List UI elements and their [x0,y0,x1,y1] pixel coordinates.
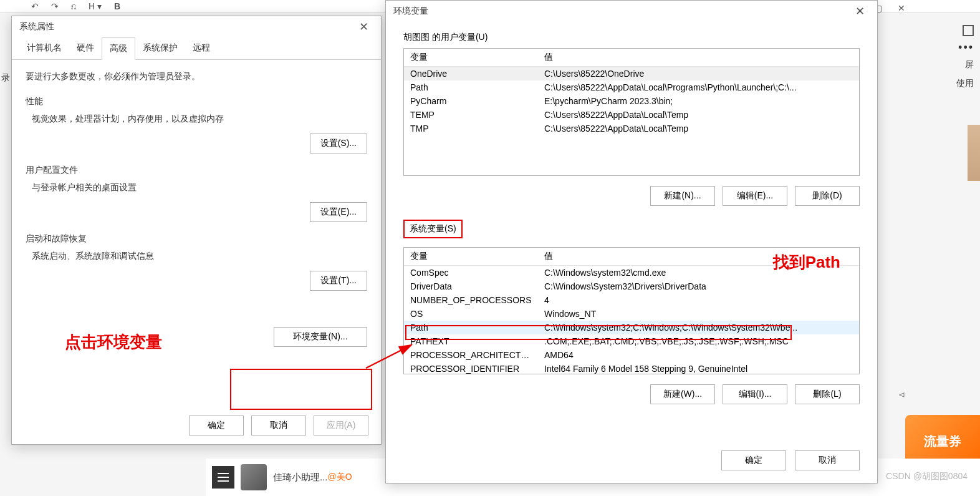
startup-desc: 系统启动、系统故障和调试信息 [32,251,367,262]
var-name: TEMP [404,108,538,122]
var-value: C:\Windows\system32;C:\Windows;C:\Window… [538,321,859,334]
var-name: TMP [404,122,538,135]
table-row[interactable]: OSWindows_NT [404,307,859,321]
startup-legend: 启动和故障恢复 [26,233,367,245]
var-value: E:\pycharm\PyCharm 2023.3\bin; [538,94,859,108]
cancel-button[interactable]: 取消 [251,416,306,435]
user-at: @美O [328,472,352,483]
tab-remote[interactable]: 远程 [185,37,218,59]
more-icon: ••• [958,41,974,54]
user-vars-label: 胡图图 的用户变量(U) [403,32,860,43]
table-row[interactable]: PyCharmE:\pycharm\PyCharm 2023.3\bin; [404,94,859,108]
user-name: 佳琦小助理... [273,472,328,484]
user-vars-table[interactable]: 变量 值 OneDriveC:\Users\85222\OneDrivePath… [403,48,860,176]
var-value: Intel64 Family 6 Model 158 Stepping 9, G… [538,362,859,374]
close-icon[interactable]: ✕ [850,2,870,21]
var-value: C:\Windows\System32\Drivers\DriverData [538,280,859,293]
table-row[interactable]: PROCESSOR_ARCHITECTUREAMD64 [404,348,859,362]
var-value: C:\Users\85222\OneDrive [538,67,859,81]
var-value: AMD64 [538,348,859,362]
var-name: Path [404,80,538,94]
performance-legend: 性能 [26,96,367,107]
table-row[interactable]: PathC:\Users\85222\AppData\Local\Program… [404,80,859,94]
admin-hint: 要进行大多数更改，你必须作为管理员登录。 [26,71,367,82]
titlebar[interactable]: 环境变量 ✕ [386,1,877,22]
expand-icon [963,25,974,36]
bg-right-column: ••• 屏 使用 [956,25,974,89]
var-name: PROCESSOR_ARCHITECTURE [404,348,538,362]
table-row[interactable]: PATHEXT.COM;.EXE;.BAT;.CMD;.VBS;.VBE;.JS… [404,334,859,348]
user-profile-group: 用户配置文件 与登录帐户相关的桌面设置 设置(E)... [26,165,367,222]
system-edit-button[interactable]: 编辑(I)... [723,384,787,404]
table-row[interactable]: PROCESSOR_IDENTIFIERIntel64 Family 6 Mod… [404,362,859,374]
hamburger-icon [212,466,234,489]
performance-settings-button[interactable]: 设置(S)... [310,134,367,153]
environment-variables-button[interactable]: 环境变量(N)... [274,327,367,347]
var-name: DriverData [404,280,538,293]
user-profile-settings-button[interactable]: 设置(E)... [310,202,367,222]
col-variable[interactable]: 变量 [404,248,538,266]
tabs: 计算机名 硬件 高级 系统保护 远程 [12,37,381,60]
var-value: Windows_NT [538,307,859,321]
table-row[interactable]: TEMPC:\Users\85222\AppData\Local\Temp [404,108,859,122]
var-name: OS [404,307,538,321]
performance-desc: 视觉效果，处理器计划，内存使用，以及虚拟内存 [32,114,367,125]
environment-variables-dialog: 环境变量 ✕ 胡图图 的用户变量(U) 变量 值 OneDriveC:\User… [385,0,878,484]
user-profile-legend: 用户配置文件 [26,165,367,176]
user-edit-button[interactable]: 编辑(E)... [723,186,787,206]
tab-advanced[interactable]: 高级 [102,37,135,60]
var-name: ComSpec [404,266,538,280]
bg-right-snippet: ⊲ [898,390,905,399]
watermark: CSDN @胡图图0804 [886,471,968,482]
var-value: .COM;.EXE;.BAT;.CMD;.VBS;.VBE;.JS;.JSE;.… [538,334,859,348]
bg-decor-strip [968,125,980,181]
col-variable[interactable]: 变量 [404,49,538,67]
var-name: PATHEXT [404,334,538,348]
annotation-box-envbtn [230,369,372,410]
table-row[interactable]: PathC:\Windows\system32;C:\Windows;C:\Wi… [404,321,859,334]
var-value: 4 [538,293,859,307]
var-name: Path [404,321,538,334]
system-new-button[interactable]: 新建(W)... [650,384,715,404]
var-name: NUMBER_OF_PROCESSORS [404,293,538,307]
startup-group: 启动和故障恢复 系统启动、系统故障和调试信息 设置(T)... [26,233,367,291]
annotation-find-path: 找到Path [773,251,840,273]
close-icon[interactable]: ✕ [354,17,373,36]
tab-system-protection[interactable]: 系统保护 [135,37,185,59]
dialog-title: 环境变量 [393,6,428,17]
var-name: OneDrive [404,67,538,81]
system-delete-button[interactable]: 删除(L) [795,384,860,404]
user-delete-button[interactable]: 删除(D) [795,186,860,206]
table-row[interactable]: DriverDataC:\Windows\System32\Drivers\Dr… [404,280,859,293]
col-value[interactable]: 值 [538,49,859,67]
system-vars-label: 系统变量(S) [403,220,463,238]
system-properties-dialog: 系统属性 ✕ 计算机名 硬件 高级 系统保护 远程 要进行大多数更改，你必须作为… [11,16,382,445]
var-name: PROCESSOR_IDENTIFIER [404,362,538,374]
dialog-title: 系统属性 [19,21,54,32]
annotation-click-env: 点击环境变量 [65,331,162,353]
var-value: C:\Users\85222\AppData\Local\Temp [538,122,859,135]
user-new-button[interactable]: 新建(N)... [650,186,715,206]
cancel-button[interactable]: 取消 [795,450,860,470]
titlebar[interactable]: 系统属性 ✕ [12,16,381,37]
tab-computer-name[interactable]: 计算机名 [19,37,69,59]
startup-settings-button[interactable]: 设置(T)... [310,271,367,291]
apply-button[interactable]: 应用(A) [314,416,368,435]
var-name: PyCharm [404,94,538,108]
ok-button[interactable]: 确定 [721,450,786,470]
table-row[interactable]: NUMBER_OF_PROCESSORS4 [404,293,859,307]
avatar [241,464,267,490]
performance-group: 性能 视觉效果，处理器计划，内存使用，以及虚拟内存 设置(S)... [26,96,367,153]
user-profile-desc: 与登录帐户相关的桌面设置 [32,182,367,193]
table-row[interactable]: TMPC:\Users\85222\AppData\Local\Temp [404,122,859,135]
ok-button[interactable]: 确定 [189,416,244,435]
var-value: C:\Users\85222\AppData\Local\Programs\Py… [538,80,859,94]
table-row[interactable]: OneDriveC:\Users\85222\OneDrive [404,67,859,81]
var-value: C:\Users\85222\AppData\Local\Temp [538,108,859,122]
bg-left-text: 录 [1,72,10,84]
tab-hardware[interactable]: 硬件 [69,37,102,59]
